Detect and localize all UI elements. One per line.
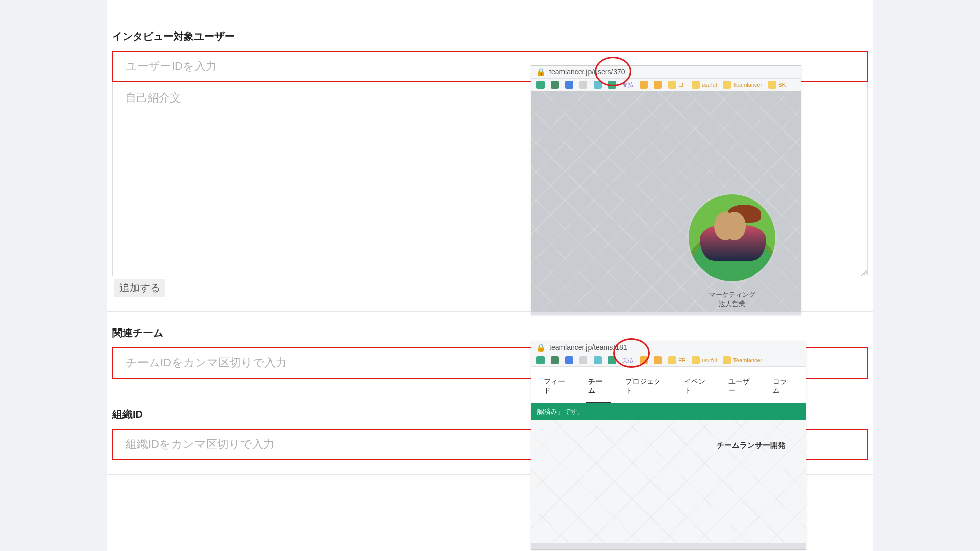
bookmark-icon bbox=[654, 81, 662, 89]
bookmark-icon bbox=[565, 81, 573, 89]
resize-handle-icon[interactable] bbox=[860, 270, 867, 277]
bookmark-item: usuful bbox=[692, 356, 717, 364]
bookmark-item: EF bbox=[668, 356, 685, 364]
bookmark-icon bbox=[551, 356, 559, 364]
bookmark-icon bbox=[594, 356, 602, 364]
bookmark-item: Teamlancer bbox=[723, 356, 762, 364]
label-interview-user: インタビュー対象ユーザー bbox=[112, 30, 868, 43]
browser-address-bar: 🔒 teamlancer.jp/teams/181 bbox=[531, 341, 806, 354]
bookmark-icon bbox=[594, 81, 602, 89]
avatar-hair-shape bbox=[727, 205, 761, 223]
browser-bookmark-bar: 支払 EF usuful Teamlancer bbox=[531, 354, 806, 367]
avatar-caption: マーケティング 法人営業 bbox=[683, 290, 780, 309]
bookmark-icon bbox=[551, 81, 559, 89]
browser-address-bar: 🔒 teamlancer.jp/users/370 bbox=[531, 66, 801, 79]
bookmark-item: EF bbox=[668, 81, 685, 89]
team-content: チームランサー開発 bbox=[531, 420, 806, 543]
bookmark-icon bbox=[608, 81, 616, 89]
bookmark-icon bbox=[579, 356, 587, 364]
tab-feed[interactable]: フィード bbox=[542, 372, 574, 403]
tab-team[interactable]: チーム bbox=[586, 372, 611, 403]
form-panel: インタビュー対象ユーザー 追加する 関連チーム 組織ID 🔒 teamlanc bbox=[107, 0, 873, 551]
bookmark-item: 支払 bbox=[622, 81, 633, 89]
bookmark-icon bbox=[536, 356, 545, 364]
bookmark-item: BK bbox=[768, 81, 786, 89]
bookmark-icon bbox=[536, 81, 545, 89]
caption-line: マーケティング bbox=[683, 290, 780, 299]
bookmark-icon bbox=[640, 356, 648, 364]
tab-user[interactable]: ユーザー bbox=[726, 372, 758, 403]
bookmark-icon bbox=[565, 356, 573, 364]
caption-line: 法人営業 bbox=[683, 299, 780, 309]
bookmark-icon bbox=[608, 356, 616, 364]
tab-column[interactable]: コラム bbox=[771, 372, 796, 403]
profile-content: マーケティング 法人営業 bbox=[531, 91, 801, 312]
bookmark-icon bbox=[579, 81, 587, 89]
tab-event[interactable]: イベント bbox=[682, 372, 714, 403]
browser-bookmark-bar: 支払 EF usuful Teamlancer BK bbox=[531, 79, 801, 91]
avatar bbox=[689, 194, 775, 281]
screenshot-user-profile: 🔒 teamlancer.jp/users/370 支払 EF usuful T… bbox=[531, 65, 801, 315]
bookmark-item: Teamlancer bbox=[723, 81, 762, 89]
tab-project[interactable]: プロジェクト bbox=[623, 372, 670, 403]
label-related-team: 関連チーム bbox=[112, 326, 868, 340]
bookmark-icon bbox=[640, 81, 648, 89]
lock-icon: 🔒 bbox=[536, 343, 545, 352]
url-text: teamlancer.jp/teams/181 bbox=[549, 343, 627, 352]
status-banner: 認済み」です。 bbox=[531, 403, 806, 420]
add-button[interactable]: 追加する bbox=[114, 279, 165, 297]
page-root: インタビュー対象ユーザー 追加する 関連チーム 組織ID 🔒 teamlanc bbox=[0, 0, 980, 551]
nav-tabs: フィード チーム プロジェクト イベント ユーザー コラム bbox=[531, 367, 806, 403]
bookmark-item: 支払 bbox=[622, 357, 633, 364]
bookmark-icon bbox=[654, 356, 662, 364]
lock-icon: 🔒 bbox=[536, 68, 545, 76]
team-name: チームランサー開発 bbox=[717, 441, 786, 450]
screenshot-team-page: 🔒 teamlancer.jp/teams/181 支払 EF usuful T… bbox=[531, 341, 806, 550]
bookmark-item: usuful bbox=[692, 81, 717, 89]
url-text: teamlancer.jp/users/370 bbox=[549, 68, 625, 76]
